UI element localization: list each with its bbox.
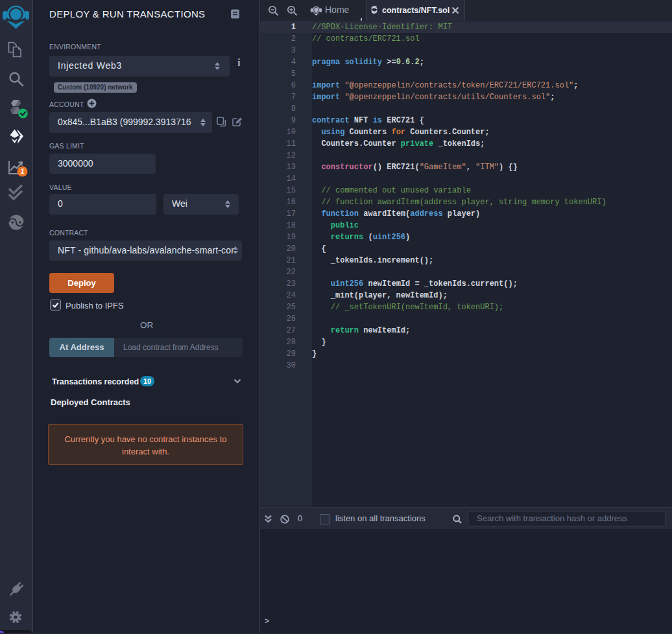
svg-text:1: 1 [21, 168, 25, 175]
